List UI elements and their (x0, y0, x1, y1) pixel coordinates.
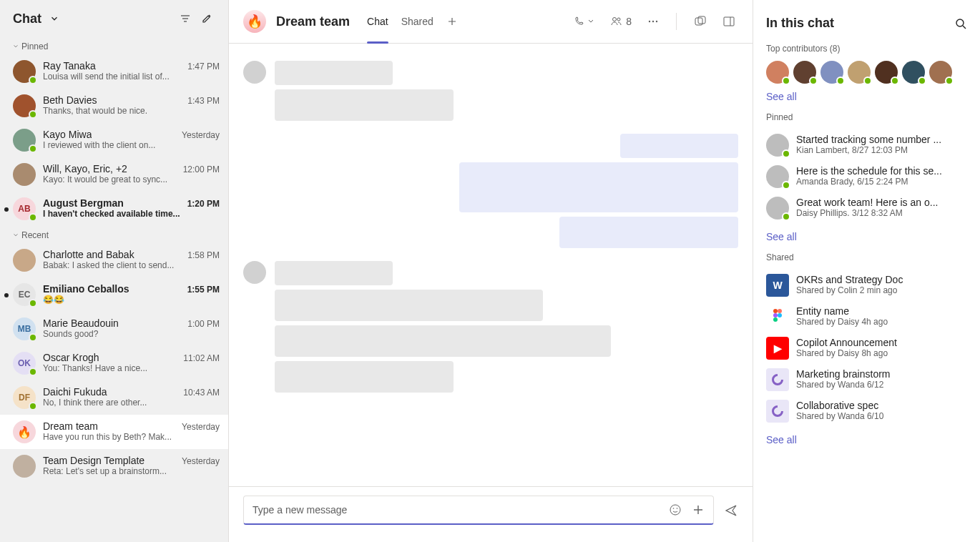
message-bubble[interactable] (275, 61, 393, 85)
chat-preview: Have you run this by Beth? Mak... (43, 432, 220, 442)
call-button[interactable] (570, 13, 597, 30)
chat-avatar: 🔥 (243, 10, 266, 33)
shared-file[interactable]: Collaborative specShared by Wanda 6/10 (766, 395, 967, 427)
svg-point-1 (617, 18, 620, 21)
avatar: AB (13, 197, 36, 220)
shared-title: Collaborative spec (796, 400, 883, 411)
pinned-subtitle: Kian Lambert, 8/27 12:03 PM (796, 145, 941, 155)
svg-point-0 (613, 18, 617, 21)
avatar (13, 455, 36, 478)
chat-name: Ray Tanaka (43, 60, 96, 72)
chat-name: Will, Kayo, Eric, +2 (43, 163, 127, 174)
compose-box[interactable] (243, 496, 714, 525)
contributor-avatar[interactable] (820, 61, 843, 84)
search-icon[interactable] (954, 17, 967, 30)
chat-name: Kayo Miwa (43, 129, 92, 140)
svg-point-4 (656, 21, 657, 22)
pinned-message[interactable]: Here is the schedule for this se...Amand… (766, 161, 967, 192)
chat-list-item[interactable]: OKOscar Krogh11:02 AMYou: Thanks! Have a… (0, 346, 228, 380)
contributor-avatar[interactable] (793, 61, 816, 84)
message-group-self (243, 134, 738, 248)
chat-name: Daichi Fukuda (43, 386, 107, 398)
svg-point-3 (652, 21, 654, 22)
message-bubble[interactable] (275, 325, 611, 357)
emoji-icon[interactable] (669, 503, 682, 516)
chat-list-item[interactable]: 🔥Dream teamYesterdayHave you run this by… (0, 415, 228, 449)
file-icon (766, 400, 789, 423)
pinned-title: Started tracking some number ... (796, 134, 941, 145)
chat-name: August Bergman (43, 197, 124, 209)
chat-preview: Sounds good? (43, 329, 220, 339)
see-all-pinned[interactable]: See all (766, 231, 797, 242)
chat-list-item[interactable]: DFDaichi Fukuda10:43 AMNo, I think there… (0, 380, 228, 415)
chat-name: Beth Davies (43, 94, 97, 106)
contributor-avatar[interactable] (929, 61, 952, 84)
chat-list-item[interactable]: ABAugust Bergman1:20 PMI haven't checked… (0, 192, 228, 226)
panel-header: In this chat (766, 16, 967, 31)
add-tab-button[interactable] (444, 13, 461, 30)
chat-list-item[interactable]: Team Design TemplateYesterdayReta: Let's… (0, 449, 228, 483)
avatar (13, 60, 36, 83)
contributor-avatar[interactable] (875, 61, 898, 84)
chat-list-item[interactable]: Charlotte and Babak1:58 PMBabak: I asked… (0, 243, 228, 277)
message-input[interactable] (253, 504, 662, 516)
message-bubble[interactable] (459, 162, 738, 212)
message-bubble[interactable] (275, 261, 393, 285)
panel-toggle-icon[interactable] (720, 12, 738, 31)
message-list[interactable] (229, 44, 753, 486)
recent-header[interactable]: Recent (0, 226, 228, 243)
more-icon[interactable] (645, 13, 662, 30)
compose-icon[interactable] (198, 10, 215, 27)
contributor-avatar[interactable] (766, 61, 789, 84)
chat-list-item[interactable]: Ray Tanaka1:47 PMLouisa will send the in… (0, 54, 228, 89)
chat-list-item[interactable]: ECEmiliano Ceballos1:55 PM😂😂 (0, 277, 228, 312)
pinned-message[interactable]: Started tracking some number ...Kian Lam… (766, 129, 967, 161)
avatar: EC (13, 283, 36, 306)
pinned-header[interactable]: Pinned (0, 37, 228, 54)
message-bubble[interactable] (275, 290, 543, 321)
message-bubble[interactable] (275, 361, 454, 393)
tab-chat[interactable]: Chat (367, 9, 388, 34)
shared-file[interactable]: WOKRs and Strategy DocShared by Colin 2 … (766, 270, 967, 301)
chat-list-item[interactable]: MBMarie Beaudouin1:00 PMSounds good? (0, 312, 228, 346)
message-bubble[interactable] (620, 134, 738, 158)
file-icon: ▶ (766, 337, 789, 360)
filter-icon[interactable] (177, 10, 194, 27)
send-button[interactable] (724, 503, 738, 518)
shared-file[interactable]: Entity nameShared by Daisy 4h ago (766, 301, 967, 332)
chat-list-item[interactable]: Will, Kayo, Eric, +212:00 PMKayo: It wou… (0, 157, 228, 192)
chat-name: Charlotte and Babak (43, 249, 134, 260)
chat-list-item[interactable]: Beth Davies1:43 PMThanks, that would be … (0, 89, 228, 123)
contributor-avatar[interactable] (902, 61, 925, 84)
pinned-message[interactable]: Great work team! Here is an o...Daisy Ph… (766, 192, 967, 224)
chevron-down-icon[interactable] (46, 10, 63, 27)
chat-time: 11:02 AM (183, 353, 220, 363)
copilot-icon[interactable] (691, 12, 710, 31)
see-all-shared[interactable]: See all (766, 434, 797, 445)
chat-preview: I reviewed with the client on... (43, 140, 220, 150)
svg-point-9 (670, 505, 680, 515)
svg-point-16 (773, 313, 778, 317)
chat-preview: I haven't checked available time... (43, 209, 220, 219)
see-all-contributors[interactable]: See all (766, 91, 797, 102)
avatar (766, 197, 789, 220)
avatar (243, 261, 266, 284)
message-bubble[interactable] (275, 89, 454, 121)
avatar (766, 134, 789, 157)
avatar (243, 61, 266, 84)
shared-file[interactable]: Marketing brainstormShared by Wanda 6/12 (766, 364, 967, 395)
chat-list-item[interactable]: Kayo MiwaYesterdayI reviewed with the cl… (0, 123, 228, 157)
svg-line-13 (963, 26, 966, 29)
avatar (766, 165, 789, 188)
chat-time: Yesterday (182, 456, 220, 466)
message-bubble[interactable] (559, 217, 738, 248)
participants-button[interactable]: 8 (607, 13, 634, 30)
pinned-title: Great work team! Here is an o... (796, 197, 938, 208)
svg-point-12 (956, 19, 964, 26)
shared-title: Entity name (796, 305, 888, 317)
contributor-avatar[interactable] (848, 61, 871, 84)
tab-shared[interactable]: Shared (401, 9, 433, 34)
file-icon (766, 305, 789, 328)
shared-file[interactable]: ▶Copilot AnnouncementShared by Daisy 8h … (766, 332, 967, 364)
plus-icon[interactable] (692, 503, 705, 516)
